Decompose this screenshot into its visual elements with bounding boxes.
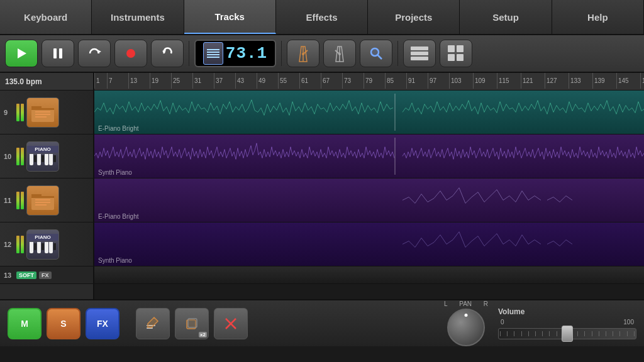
fx-label: FX	[97, 319, 108, 329]
bpm-display: 73.1	[194, 40, 276, 67]
level-bar	[16, 148, 19, 165]
delete-button[interactable]	[214, 308, 248, 339]
svg-rect-1	[53, 48, 57, 58]
bpm-label: 135.0 bpm	[0, 73, 93, 90]
svg-point-9	[302, 53, 304, 55]
tab-tracks[interactable]: Tracks	[184, 0, 276, 34]
metronome1-button[interactable]	[287, 40, 319, 67]
volume-max: 100	[623, 319, 634, 326]
ruler-mark: 133	[569, 73, 592, 89]
track-lane-12[interactable]: Synth Piano	[94, 222, 644, 266]
list-view-button[interactable]	[403, 40, 436, 67]
track-num-12: 12	[4, 241, 14, 248]
volume-area: Volume 0 100	[498, 307, 636, 339]
tab-effects[interactable]: Effects	[276, 0, 368, 34]
track-header-13: 13 SOFT FX	[0, 266, 93, 284]
pan-area: L PAN R Volume 0 100	[444, 300, 636, 346]
pan-labels: L PAN R	[444, 300, 488, 307]
grid-view-button[interactable]	[440, 40, 472, 67]
waveform-svg-11	[94, 178, 644, 222]
toolbar: 73.1	[0, 35, 644, 73]
ruler-mark: 43	[235, 73, 257, 89]
tab-help[interactable]: Help	[552, 0, 644, 34]
duplicate-icon	[184, 316, 199, 331]
ruler-mark: 67	[321, 73, 342, 89]
tab-setup[interactable]: Setup	[460, 0, 552, 34]
level-bar	[21, 192, 24, 209]
midi-icon	[203, 42, 223, 65]
level-bars-10	[16, 148, 24, 165]
ruler-mark: 1	[94, 73, 107, 89]
duplicate-button[interactable]: x2	[175, 308, 209, 339]
svg-rect-23	[31, 108, 54, 122]
track-controls-9	[16, 104, 24, 121]
ruler-mark: 127	[545, 73, 569, 89]
svg-rect-29	[31, 196, 54, 210]
track-lane-9[interactable]: E-Piano Bright	[94, 90, 644, 134]
play-button[interactable]	[5, 40, 38, 67]
svg-rect-17	[411, 52, 428, 55]
toolbar-separator-2	[281, 41, 282, 66]
svg-rect-16	[411, 47, 428, 50]
svg-rect-31	[31, 196, 54, 198]
metronome2-button[interactable]	[323, 40, 356, 67]
toolbar-separator	[189, 41, 189, 66]
svg-line-15	[378, 55, 382, 60]
track-icon-folder-9[interactable]	[26, 97, 59, 128]
tab-keyboard[interactable]: Keyboard	[0, 0, 92, 34]
fx-button[interactable]: FX	[86, 308, 119, 339]
mute-button[interactable]: M	[8, 308, 42, 339]
solo-button[interactable]: S	[47, 308, 80, 339]
top-nav: Keyboard Instruments Tracks Effects Proj…	[0, 0, 644, 35]
ruler-marks: 1 7 13 19 25 31 37 43 49 55 61 67 73 79 …	[94, 73, 644, 90]
ruler-mark: 85	[385, 73, 406, 89]
midi-lines	[207, 49, 219, 58]
bpm-value: 73.1	[226, 44, 267, 63]
tab-projects[interactable]: Projects	[368, 0, 460, 34]
pan-center-label: PAN	[459, 300, 472, 307]
track-label-11: E-Piano Bright	[98, 213, 138, 220]
edit-button[interactable]	[136, 308, 170, 339]
track-icon-folder-11[interactable]	[26, 185, 59, 216]
pause-button[interactable]	[42, 40, 74, 67]
volume-min: 0	[501, 319, 504, 326]
ruler-mark: 79	[364, 73, 385, 89]
undo-button[interactable]	[151, 40, 184, 67]
volume-title: Volume	[498, 307, 525, 316]
track-header-11: 11	[0, 178, 93, 222]
track-lane-11[interactable]: E-Piano Bright	[94, 178, 644, 222]
delete-icon	[223, 316, 238, 331]
tab-instruments[interactable]: Instruments	[92, 0, 184, 34]
volume-thumb[interactable]	[562, 326, 573, 342]
track-icon-piano-12[interactable]: PIANO	[26, 229, 59, 260]
svg-marker-0	[18, 48, 26, 58]
level-bar	[16, 236, 19, 253]
track-lane-10[interactable]: Synth Piano	[94, 134, 644, 178]
pan-knob-container: L PAN R	[444, 300, 488, 346]
volume-track[interactable]	[498, 328, 636, 339]
ruler: 1 7 13 19 25 31 37 43 49 55 61 67 73 79 …	[94, 73, 644, 90]
record-button[interactable]	[114, 40, 147, 67]
x2-badge: x2	[199, 332, 207, 337]
track-headers: 135.0 bpm 9	[0, 73, 94, 299]
level-bar	[16, 192, 19, 209]
svg-rect-21	[448, 54, 455, 61]
pan-knob[interactable]	[447, 309, 485, 346]
ruler-mark: 7	[107, 73, 128, 89]
svg-rect-22	[457, 54, 464, 61]
loop-button[interactable]	[78, 40, 111, 67]
waveform-svg-10	[94, 134, 644, 178]
ruler-mark: 25	[171, 73, 192, 89]
level-bar	[21, 104, 24, 121]
track-lane-13[interactable]	[94, 266, 644, 284]
ruler-mark: 103	[449, 73, 473, 89]
track-controls-10	[16, 148, 24, 165]
track-header-12: 12 PIANO	[0, 222, 93, 266]
mute-label: M	[21, 319, 28, 329]
ruler-mark: 91	[406, 73, 428, 89]
level-bar	[21, 148, 24, 165]
track-icon-piano-10[interactable]: PIANO	[26, 141, 59, 172]
ruler-mark: 61	[299, 73, 321, 89]
search-button[interactable]	[360, 40, 392, 67]
pan-left-label: L	[444, 300, 448, 307]
